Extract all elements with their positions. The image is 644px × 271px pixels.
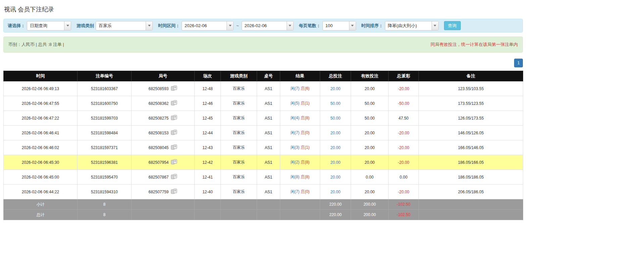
chevron-down-icon[interactable] [227,21,233,30]
total-bet-link[interactable]: 20.00 [330,190,340,194]
session-cell: 12-40 [195,185,221,199]
currency-summary-text: 币别：人民币 | 总共 :8 注单 | [8,42,64,48]
footer-payout: -102.50 [389,210,419,220]
bet-id-cell: 523181598484 [78,126,132,140]
payout-cell: -50.00 [389,96,419,111]
total-bet-cell: 20.00 [320,81,351,96]
chevron-down-icon[interactable] [287,21,293,30]
banker-result: 庄(8) [301,160,310,164]
total-bet-link[interactable]: 50.00 [330,116,340,121]
view-cards-icon[interactable] [171,189,178,195]
column-header-8: 有效投注 [351,71,389,81]
total-bet-link[interactable]: 20.00 [330,160,340,165]
search-button[interactable]: 查询 [444,21,461,30]
total-bet-link[interactable]: 20.00 [330,131,340,135]
table-no-cell: AS1 [257,140,280,155]
valid-bet-cell: 0.00 [351,170,389,185]
time-cell: 2026-02-06 06:49:13 [4,81,78,96]
player-result: 闲(7) [291,86,300,91]
date-to-input[interactable]: 2026-02-06 [242,21,294,30]
note-cell: 166.05/146.05 [419,140,523,155]
result-cell: 闲(7) 庄(0) [280,185,320,199]
query-type-group: 请选择： 日期查询 [8,21,71,30]
total-bet-link[interactable]: 20.00 [330,145,340,150]
sort-select[interactable]: 降幂(由大到小) [385,21,439,30]
result-cell: 闲(2) 庄(8) [280,155,320,170]
payout-cell: 0.00 [389,170,419,185]
round-cell: 682508362 [132,96,195,111]
column-header-9: 总派彩 [389,71,419,81]
view-cards-icon[interactable] [171,174,178,180]
valid-bet-cell: 20.00 [351,126,389,140]
column-header-1: 注单编号 [78,71,132,81]
footer-valid-bet: 200.00 [351,210,389,220]
view-cards-icon[interactable] [171,85,178,92]
date-to-value: 2026-02-06 [242,21,287,30]
page-size-value: 100 [323,21,349,30]
result-cell: 闲(8) 庄(8) [280,170,320,185]
session-cell: 12-44 [195,126,221,140]
page-size-select[interactable]: 100 [323,21,356,30]
total-row: 总计8220.00200.00-102.50 [4,210,523,220]
tilde-separator: ~ [236,23,239,28]
query-type-select[interactable]: 日期查询 [27,21,71,30]
table-no-cell: AS1 [257,155,280,170]
bet-id-cell: 523181603367 [78,81,132,96]
page-1-button[interactable]: 1 [514,59,523,67]
total-bet-link[interactable]: 20.00 [330,175,340,180]
bet-id-cell: 523181599703 [78,111,132,126]
game-type-select[interactable]: 百家乐 [96,21,153,30]
date-from-input[interactable]: 2026-02-06 [182,21,234,30]
column-header-0: 时间 [4,71,78,81]
table-row: 2026-02-06 06:47:55523181600750682508362… [4,96,523,111]
total-bet-cell: 50.00 [320,111,351,126]
view-cards-icon[interactable] [171,130,178,136]
banker-result: 庄(0) [301,189,310,194]
round-cell: 682507954 [132,155,195,170]
result-cell: 闲(7) 庄(6) [280,81,320,96]
view-cards-icon[interactable] [171,100,178,107]
session-cell: 12-43 [195,140,221,155]
table-row: 2026-02-06 06:45:30523181596381682507954… [4,155,523,170]
table-no-cell: AS1 [257,81,280,96]
result-cell: 闲(7) 庄(0) [280,126,320,140]
sort-value: 降幂(由大到小) [385,21,432,30]
table-no-cell: AS1 [257,170,280,185]
page-size-group: 每页笔数： 100 [299,21,356,30]
betting-records-page: 视讯 会员下注纪录 请选择： 日期查询 游戏类别 百家乐 时间区间： [0,0,644,227]
view-cards-icon[interactable] [171,115,178,121]
game-type-group: 游戏类别 百家乐 [77,21,153,30]
column-header-4: 游戏类别 [221,71,257,81]
banker-result: 庄(0) [301,130,310,135]
footer-label: 总计 [4,210,78,220]
banker-result: 庄(8) [301,175,310,179]
banker-result: 庄(6) [301,86,310,91]
player-result: 闲(7) [291,130,300,135]
chevron-down-icon[interactable] [349,21,356,30]
time-range-label: 时间区间： [158,23,180,29]
chevron-down-icon[interactable] [146,21,152,30]
table-row: 2026-02-06 06:47:22523181599703682508275… [4,111,523,126]
payout-cell: -20.00 [389,185,419,199]
round-cell: 682508593 [132,81,195,96]
table-no-cell: AS1 [257,126,280,140]
payout-cell: -20.00 [389,126,419,140]
view-cards-icon[interactable] [171,159,178,165]
betting-records-table: 时间注单编号局号场次游戏类别桌号结果总投注有效投注总派彩备注 2026-02-0… [3,71,523,220]
time-cell: 2026-02-06 06:46:02 [4,140,78,155]
round-cell: 682507867 [132,170,195,185]
total-bet-cell: 20.00 [320,155,351,170]
chevron-down-icon[interactable] [64,21,71,30]
note-cell: 186.05/166.05 [419,155,523,170]
session-cell: 12-42 [195,155,221,170]
payout-cell: -20.00 [389,155,419,170]
game-type-cell: 百家乐 [221,185,257,199]
total-bet-link[interactable]: 50.00 [330,101,340,106]
total-bet-link[interactable]: 20.00 [330,86,340,91]
summary-bar: 币别：人民币 | 总共 :8 注单 | 同局有效投注，统一计算在该局第一张注单内 [3,37,523,53]
chevron-down-icon[interactable] [432,21,438,30]
view-cards-icon[interactable] [171,144,178,151]
round-cell: 682507759 [132,185,195,199]
player-result: 闲(5) [291,101,300,106]
sort-group: 时间排序： 降幂(由大到小) [361,21,439,30]
